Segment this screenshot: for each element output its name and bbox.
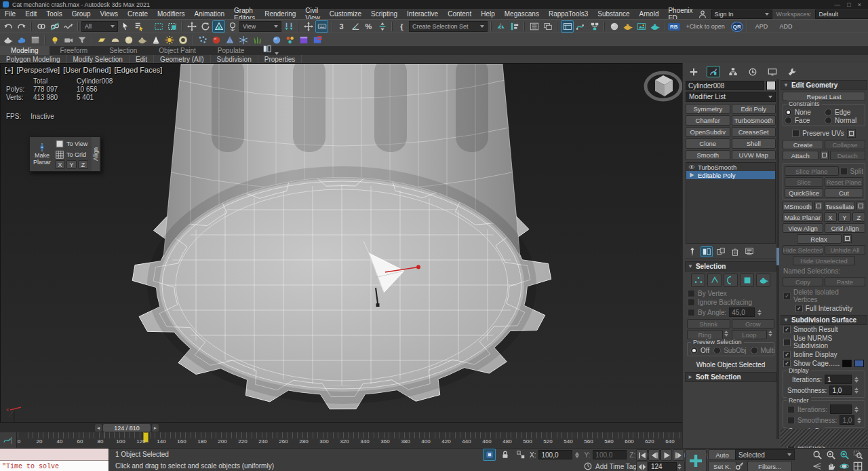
key-filters-icon[interactable] <box>735 461 745 470</box>
delete-isolated-vertices-checkbox[interactable]: Delete Isolated Vertices <box>781 288 867 304</box>
zoom-icon[interactable] <box>811 449 823 459</box>
border-mode-icon[interactable] <box>724 274 738 287</box>
paste-button[interactable]: Paste <box>825 277 865 286</box>
field-of-view-icon[interactable] <box>811 461 823 471</box>
set-key-button[interactable]: Set K. <box>708 461 736 471</box>
split-checkbox[interactable]: Split <box>840 166 863 176</box>
constraint-none-radio[interactable]: None <box>785 109 823 116</box>
loop-spinner[interactable] <box>768 330 774 337</box>
align-icon[interactable] <box>508 20 521 33</box>
select-object-icon[interactable] <box>119 20 132 33</box>
x-spinner[interactable] <box>575 451 581 459</box>
set-keys-button[interactable] <box>685 449 707 471</box>
current-frame-field[interactable]: 124 <box>648 462 677 471</box>
edit-geometry-rollout-header[interactable]: ▼Edit Geometry <box>781 80 867 90</box>
tab-display[interactable] <box>766 66 779 77</box>
y-coordinate-field[interactable]: 100,0 <box>593 450 627 459</box>
hide-selected-button[interactable]: Hide Selected <box>783 245 823 255</box>
modifier-button-turbosmooth[interactable]: TurboSmooth <box>732 115 776 126</box>
stack-item-turbosmooth[interactable]: TurboSmooth <box>686 163 775 171</box>
constraint-face-radio[interactable]: Face <box>785 117 823 124</box>
constraint-normal-radio[interactable]: Normal <box>825 117 863 124</box>
close-button[interactable]: × <box>858 1 861 8</box>
ribbon-group-geometry-all-[interactable]: Geometry (All) <box>154 55 210 63</box>
key-mode-toggle[interactable] <box>636 461 648 471</box>
element-mode-icon[interactable] <box>756 274 770 287</box>
object-color-swatch[interactable] <box>766 81 776 90</box>
render-iterations-spinner[interactable] <box>854 406 861 413</box>
planar-z-button[interactable]: Z <box>852 212 865 222</box>
grow-button[interactable]: Grow <box>732 319 775 328</box>
render-setup-icon[interactable] <box>621 20 634 33</box>
display-smoothness-field[interactable]: 1,0 <box>829 385 852 395</box>
slice-button[interactable]: Slice <box>785 177 823 187</box>
select-and-link-icon[interactable] <box>35 20 47 33</box>
view-align-button[interactable]: View Align <box>783 223 823 233</box>
ribbon-group-modify-selection[interactable]: Modify Selection <box>67 55 130 63</box>
modifier-button-edit-poly[interactable]: Edit Poly <box>732 104 776 114</box>
loop-button[interactable]: Loop <box>732 330 768 339</box>
play-button[interactable] <box>660 449 672 461</box>
next-frame-arrow[interactable]: ► <box>152 424 159 432</box>
quickslice-button[interactable]: QuickSlice <box>785 188 823 197</box>
model-gear[interactable] <box>132 64 551 409</box>
maximize-viewport-icon[interactable] <box>852 461 864 471</box>
tab-utilities[interactable] <box>785 66 799 77</box>
apd-label[interactable]: APD <box>750 23 774 30</box>
modifier-list-dropdown[interactable]: Modifier List <box>686 92 776 102</box>
panel-scrollbar[interactable] <box>776 79 779 439</box>
menu-civil-view[interactable]: Civil View <box>300 9 325 19</box>
previous-frame-arrow[interactable]: ◄ <box>95 424 102 432</box>
viewport-scene[interactable]: x <box>1 64 683 423</box>
to-grid-button[interactable]: To Grid <box>55 150 91 159</box>
rendered-frame-window-icon[interactable] <box>635 20 648 33</box>
modifier-button-clone[interactable]: Clone <box>686 138 730 149</box>
torus-icon[interactable] <box>176 34 189 46</box>
select-and-place-icon[interactable] <box>226 20 239 33</box>
display-iterations-spinner[interactable] <box>854 376 861 383</box>
edge-mode-icon[interactable] <box>707 274 722 287</box>
align-y-button[interactable]: Y <box>66 160 77 169</box>
select-and-rotate-icon[interactable] <box>199 20 212 33</box>
auto-key-button[interactable]: Auto <box>708 449 736 460</box>
ui-window-icon[interactable] <box>297 34 310 46</box>
menu-modifiers[interactable]: Modifiers <box>153 9 190 19</box>
plane-icon[interactable] <box>95 34 108 46</box>
menu-customize[interactable]: Customize <box>325 9 366 19</box>
tessellate-button[interactable]: Tessellate <box>825 202 855 211</box>
menu-edit[interactable]: Edit <box>20 9 41 19</box>
teapot-icon[interactable] <box>136 34 149 46</box>
pyramid-icon[interactable] <box>223 34 236 46</box>
qr-badge[interactable]: QR <box>731 22 743 32</box>
snaps-toggle-3d-icon[interactable]: 3 <box>335 20 348 33</box>
render-teapot-icon[interactable] <box>1 34 14 46</box>
zoom-region-icon[interactable] <box>852 449 864 459</box>
menu-scripting[interactable]: Scripting <box>366 9 402 19</box>
bind-to-space-warp-icon[interactable] <box>62 20 75 33</box>
previous-frame-button[interactable] <box>648 449 660 461</box>
remove-modifier-icon[interactable] <box>729 246 741 257</box>
make-planar-button[interactable]: Make Planar <box>30 137 54 171</box>
make-planar-button[interactable]: Make Planar <box>783 212 823 222</box>
undo-icon[interactable] <box>1 20 14 33</box>
mini-curve-editor-button[interactable] <box>0 432 17 448</box>
app-icon[interactable] <box>3 1 9 7</box>
tessellate-settings-icon[interactable] <box>856 202 865 210</box>
menu-animation[interactable]: Animation <box>190 9 229 19</box>
attach-button[interactable]: Attach <box>783 151 818 160</box>
modifier-button-uvw-map[interactable]: UVW Map <box>732 150 776 160</box>
soft-selection-rollout-header[interactable]: ►Soft Selection <box>685 372 776 382</box>
align-x-button[interactable]: X <box>55 160 65 169</box>
preview-multi-radio[interactable]: Multi <box>751 347 775 354</box>
dome-icon[interactable] <box>108 34 121 46</box>
viewport-menu-shading[interactable]: [Edged Faces] <box>114 66 162 74</box>
spray-icon[interactable] <box>210 34 222 46</box>
rectangular-selection-region-icon[interactable] <box>152 20 165 33</box>
sign-in-dropdown[interactable]: Sign In <box>711 10 772 19</box>
unhide-all-button[interactable]: Unhide All <box>825 245 865 255</box>
ignore-backfacing-checkbox[interactable]: Ignore Backfacing <box>685 298 776 307</box>
preserve-uvs-checkbox[interactable]: Preserve UVs <box>781 128 867 138</box>
time-slider-handle[interactable]: 124 / 810 <box>103 424 151 432</box>
menu-file[interactable]: File <box>0 9 20 19</box>
angle-snap-icon[interactable] <box>349 20 361 33</box>
